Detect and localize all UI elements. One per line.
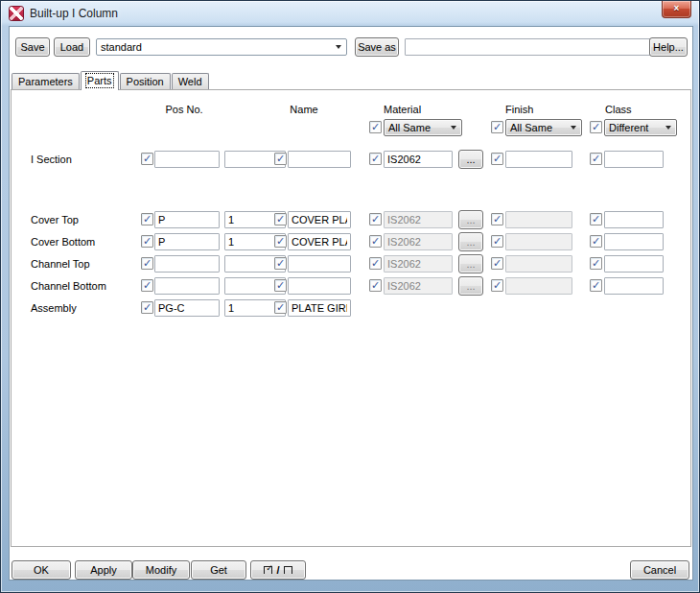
pos-prefix-input[interactable] <box>154 277 220 295</box>
class-checkbox[interactable]: ✓ <box>590 235 602 248</box>
name-checkbox[interactable]: ✓ <box>274 279 287 292</box>
column-header-material: Material <box>384 104 421 115</box>
help-button[interactable]: Help... <box>649 37 688 57</box>
save-as-input[interactable] <box>405 38 656 56</box>
row-label: Cover Bottom <box>31 233 95 250</box>
finish-input <box>505 211 572 228</box>
row-label: Channel Top <box>31 255 90 273</box>
chevron-down-icon <box>571 126 576 130</box>
load-button[interactable]: Load <box>54 37 90 57</box>
row-label: I Section <box>31 151 72 168</box>
material-mode-combobox[interactable]: All Same <box>384 119 462 136</box>
pos-checkbox[interactable]: ✓ <box>141 153 153 165</box>
material-checkbox[interactable]: ✓ <box>369 257 382 270</box>
name-input[interactable] <box>288 277 351 295</box>
row-label: Cover Top <box>31 211 79 228</box>
pos-prefix-input[interactable] <box>154 233 220 250</box>
material-browse-button[interactable]: ... <box>458 254 483 273</box>
apply-button[interactable]: Apply <box>75 560 132 580</box>
material-checkbox[interactable]: ✓ <box>369 235 382 248</box>
class-input[interactable] <box>604 255 664 273</box>
name-checkbox[interactable]: ✓ <box>274 257 287 270</box>
name-checkbox[interactable]: ✓ <box>274 213 287 225</box>
pos-checkbox[interactable]: ✓ <box>141 213 153 225</box>
material-all-same-checkbox[interactable]: ✓ <box>369 121 382 133</box>
toggle-checkboxes-button[interactable]: ✓/ <box>250 560 306 580</box>
pos-checkbox[interactable]: ✓ <box>141 235 153 248</box>
chevron-down-icon <box>336 45 341 49</box>
finish-input[interactable] <box>505 151 572 168</box>
finish-checkbox[interactable]: ✓ <box>491 279 503 292</box>
class-checkbox[interactable]: ✓ <box>590 153 602 165</box>
class-different-checkbox[interactable]: ✓ <box>590 121 602 133</box>
name-checkbox[interactable]: ✓ <box>274 301 287 314</box>
material-checkbox[interactable]: ✓ <box>369 213 382 225</box>
pos-prefix-input[interactable] <box>154 299 220 317</box>
pos-prefix-input[interactable] <box>154 255 220 273</box>
cancel-button[interactable]: Cancel <box>630 560 689 580</box>
dialog-window: Built-up I Column × Save Load standard S… <box>0 0 700 593</box>
get-button[interactable]: Get <box>191 560 246 580</box>
column-header-class: Class <box>605 104 632 115</box>
class-mode-combobox[interactable]: Different <box>604 119 677 136</box>
finish-all-same-checkbox[interactable]: ✓ <box>491 121 503 133</box>
name-input[interactable] <box>288 233 351 250</box>
name-input[interactable] <box>288 211 351 228</box>
material-input <box>384 255 453 273</box>
finish-checkbox[interactable]: ✓ <box>491 235 503 248</box>
pos-prefix-input[interactable] <box>154 151 220 168</box>
tab-parameters[interactable]: Parameters <box>12 73 80 90</box>
save-as-button[interactable]: Save as <box>355 37 399 57</box>
class-input[interactable] <box>604 151 664 168</box>
row-label: Channel Bottom <box>31 277 106 295</box>
name-input[interactable] <box>288 299 351 317</box>
finish-input <box>505 233 572 250</box>
pos-checkbox[interactable]: ✓ <box>141 257 153 270</box>
pos-checkbox[interactable]: ✓ <box>141 301 153 314</box>
finish-input <box>505 277 572 295</box>
table-row-channel-top: Channel Top ✓ ✓ ✓ ... ✓ ✓ <box>12 255 690 273</box>
class-checkbox[interactable]: ✓ <box>590 279 602 292</box>
close-button[interactable]: × <box>662 1 691 18</box>
material-browse-button[interactable]: ... <box>458 276 483 296</box>
pos-prefix-input[interactable] <box>154 211 220 228</box>
material-input[interactable] <box>384 151 453 168</box>
table-row-i-section: I Section ✓ ✓ ✓ ... ✓ ✓ <box>12 151 690 168</box>
all-same-row: ✓ All Same ✓ All Same ✓ Different <box>12 119 690 136</box>
material-checkbox[interactable]: ✓ <box>369 279 382 292</box>
parts-tab-panel: Pos No. Name Material Finish Class ✓ All… <box>11 89 691 547</box>
class-input[interactable] <box>604 277 664 295</box>
class-checkbox[interactable]: ✓ <box>590 257 602 270</box>
tab-position[interactable]: Position <box>120 73 171 90</box>
material-browse-button[interactable]: ... <box>458 150 483 169</box>
material-input <box>384 277 453 295</box>
material-browse-button[interactable]: ... <box>458 232 483 251</box>
finish-input <box>505 255 572 273</box>
finish-checkbox[interactable]: ✓ <box>491 257 503 270</box>
ok-button[interactable]: OK <box>12 560 71 580</box>
footer-button-bar: OK Apply Modify Get ✓/ Cancel <box>10 560 692 580</box>
column-header-finish: Finish <box>505 104 533 115</box>
save-button[interactable]: Save <box>15 37 50 57</box>
chevron-down-icon <box>451 126 456 130</box>
class-input[interactable] <box>604 233 664 250</box>
preset-combobox[interactable]: standard <box>96 38 347 56</box>
class-input[interactable] <box>604 211 664 228</box>
title-bar[interactable]: Built-up I Column × <box>1 1 699 26</box>
finish-mode-combobox[interactable]: All Same <box>505 119 582 136</box>
pos-checkbox[interactable]: ✓ <box>141 279 153 292</box>
name-checkbox[interactable]: ✓ <box>274 235 287 248</box>
modify-button[interactable]: Modify <box>132 560 190 580</box>
dialog-client-area: Save Load standard Save as Help... Param… <box>9 26 693 581</box>
name-checkbox[interactable]: ✓ <box>274 153 287 165</box>
material-checkbox[interactable]: ✓ <box>369 153 382 165</box>
tab-weld[interactable]: Weld <box>172 73 209 90</box>
tab-parts[interactable]: Parts <box>81 71 119 90</box>
material-browse-button[interactable]: ... <box>458 210 483 229</box>
checked-box-icon: ✓ <box>264 566 272 574</box>
name-input[interactable] <box>288 151 351 168</box>
finish-checkbox[interactable]: ✓ <box>491 213 503 225</box>
finish-checkbox[interactable]: ✓ <box>491 153 503 165</box>
class-checkbox[interactable]: ✓ <box>590 213 602 225</box>
name-input[interactable] <box>288 255 351 273</box>
